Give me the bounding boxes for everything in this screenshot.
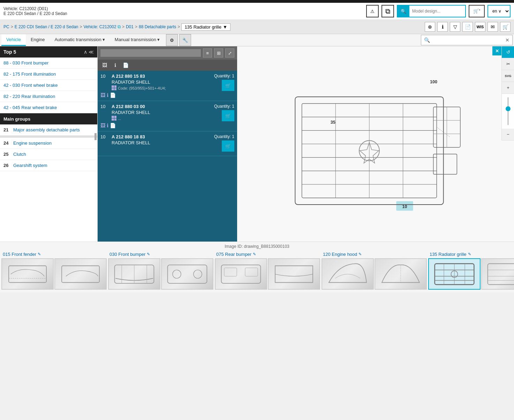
top5-item-3[interactable]: 42 - 030 Front wheel brake xyxy=(0,80,97,91)
part-3-cart-button[interactable]: 🛒 xyxy=(222,140,234,152)
wis-button[interactable]: WIS xyxy=(475,22,485,32)
part-1-image-icon[interactable]: 🖼 xyxy=(100,92,105,98)
strip-thumb-eh1[interactable] xyxy=(322,258,374,290)
part-1-doc-icon[interactable]: 📄 xyxy=(110,92,116,98)
tab-engine[interactable]: Engine xyxy=(26,34,50,46)
model-search-input[interactable] xyxy=(409,7,465,15)
group-name-26: Gearshift system xyxy=(13,163,47,168)
breadcrumb-pc[interactable]: PC xyxy=(3,24,9,29)
tab-vehicle[interactable]: Vehicle xyxy=(1,34,26,46)
breadcrumb-vehicle-line[interactable]: E 220 CDI Sedan / E 220 d Sedan xyxy=(15,24,78,29)
edit-rear-bumper-icon[interactable]: ✎ xyxy=(253,252,256,257)
zoom-slider-thumb[interactable] xyxy=(506,106,511,111)
group-item-24[interactable]: 24 Engine suspension xyxy=(0,138,97,149)
strip-thumb-rb2[interactable] xyxy=(268,258,320,290)
copy-button[interactable]: ⧉ xyxy=(381,5,394,17)
strip-images-front-bumper xyxy=(108,258,213,290)
top5-item-5[interactable]: 42 - 045 Rear wheel brake xyxy=(0,102,97,113)
strip-thumb-fb2[interactable] xyxy=(161,258,213,290)
part-1-grid-row: Code: (953/955)+501+-4U4; xyxy=(112,85,211,90)
nav-tabs-bar: Vehicle Engine Automatic transmission ▾ … xyxy=(0,34,514,46)
copy-icon: ⧉ xyxy=(385,7,390,15)
filter-button[interactable]: ▽ xyxy=(450,22,460,32)
parts-image-icon[interactable]: 🖼 xyxy=(100,61,109,69)
header-vehicle-info: Vehicle: C212002 (D01) E 220 CDI Sedan /… xyxy=(3,6,67,16)
nav-icon-btn-2[interactable]: 🔧 xyxy=(179,34,191,46)
strip-thumb-fb1[interactable] xyxy=(108,258,160,290)
parts-doc-icon[interactable]: 📄 xyxy=(121,61,130,69)
diag-zoom-in-button[interactable]: + xyxy=(502,82,514,94)
nav-search-icon: 🔍 xyxy=(421,37,433,43)
breadcrumb-current-item[interactable]: 135 Radiator grille ▼ xyxy=(181,23,230,31)
part-2-doc-icon[interactable]: 📄 xyxy=(110,123,116,128)
strip-thumb-rg1[interactable] xyxy=(428,258,481,290)
edit-radiator-grille-icon[interactable]: ✎ xyxy=(468,252,471,257)
parts-list-view-btn[interactable]: ≡ xyxy=(203,48,212,58)
diag-zoom-out-button[interactable]: − xyxy=(502,129,514,140)
svg-label: SVG xyxy=(505,74,511,78)
part-2-info-icon[interactable]: ℹ xyxy=(107,123,108,128)
part-2-image-icon[interactable]: 🖼 xyxy=(100,123,105,128)
parts-filter-input[interactable] xyxy=(100,49,201,57)
diag-scissors-button[interactable]: ✂ xyxy=(502,58,514,70)
nav-search-input[interactable] xyxy=(433,38,502,43)
top5-item-3-label: 42 - 030 Front wheel brake xyxy=(3,83,58,88)
breadcrumb-detachable[interactable]: 88 Detachable parts xyxy=(139,24,176,29)
tab-manual-trans[interactable]: Manual transmission ▾ xyxy=(110,34,165,46)
mail-button[interactable]: ✉ xyxy=(487,22,498,32)
diag-svg-button[interactable]: SVG xyxy=(502,70,514,82)
strip-thumb-ff2[interactable] xyxy=(54,258,107,290)
breadcrumb-current-label: 135 Radiator grille xyxy=(184,24,221,30)
part-2-cart-button[interactable]: 🛒 xyxy=(222,110,234,121)
close-icon: ✕ xyxy=(495,48,499,54)
diagram-label-100: 100 xyxy=(430,79,437,84)
breadcrumb-d01[interactable]: D01 xyxy=(126,24,134,29)
header-bar: Vehicle: C212002 (D01) E 220 CDI Sedan /… xyxy=(0,3,514,20)
language-selector[interactable]: en ∨ de fr xyxy=(487,5,511,17)
tab-engine-label: Engine xyxy=(31,37,45,42)
edit-front-fender-icon[interactable]: ✎ xyxy=(38,252,41,257)
warning-button[interactable]: ⚠ xyxy=(366,5,379,17)
group-item-21[interactable]: 21 Major assembly detachable parts xyxy=(0,124,97,136)
refresh-icon: ↺ xyxy=(506,49,510,55)
info-button[interactable]: ℹ xyxy=(437,22,448,32)
top5-controls: ∧ ≪ xyxy=(84,49,94,55)
edit-engine-hood-icon[interactable]: ✎ xyxy=(358,252,362,257)
nav-icon-btn-1[interactable]: ⚙ xyxy=(166,34,178,46)
part-item-2-header: 10 A 212 880 03 00 RADIATOR SHELL ... xyxy=(100,104,234,121)
top5-item-1[interactable]: 88 - 030 Front bumper xyxy=(0,58,97,69)
diagram-label-35: 35 xyxy=(331,120,335,125)
breadcrumb-vehicle[interactable]: Vehicle: C212002 ⧉ xyxy=(84,24,121,30)
strip-images-rear-bumper xyxy=(215,258,320,290)
tab-auto-trans[interactable]: Automatic transmission ▾ xyxy=(50,34,109,46)
top5-collapse-button[interactable]: ∧ xyxy=(84,49,87,55)
edit-front-bumper-icon[interactable]: ✎ xyxy=(147,252,150,257)
cart-button[interactable]: 🛒 xyxy=(500,22,511,32)
doc-button[interactable]: 📄 xyxy=(462,22,473,32)
top5-item-4[interactable]: 82 - 220 Rear illumination xyxy=(0,91,97,102)
parts-info-icon[interactable]: ℹ xyxy=(111,61,119,69)
group-item-25[interactable]: 25 Clutch xyxy=(0,149,97,160)
diagram-close-button[interactable]: ✕ xyxy=(492,46,501,55)
cart-icon-3: 🛒 xyxy=(225,144,231,149)
diag-refresh-button[interactable]: ↺ xyxy=(502,46,514,58)
parts-maximize-btn[interactable]: ⤢ xyxy=(225,48,234,58)
part-2-quantity-label: Quantity: 1 xyxy=(214,104,234,109)
nav-search-clear-icon[interactable]: ✕ xyxy=(502,37,512,43)
top5-close-button[interactable]: ≪ xyxy=(89,49,94,55)
strip-thumb-ff1[interactable] xyxy=(1,258,54,290)
strip-thumb-eh2[interactable] xyxy=(375,258,427,290)
diagram-right-tools: ↺ ✂ SVG + − xyxy=(501,46,514,140)
group-item-26[interactable]: 26 Gearshift system xyxy=(0,160,97,171)
top5-header: Top 5 ∧ ≪ xyxy=(0,46,97,58)
strip-thumb-rb1[interactable] xyxy=(215,258,267,290)
svg-point-7 xyxy=(173,270,181,278)
strip-thumb-rg2[interactable] xyxy=(481,258,514,290)
parts-expand-btn[interactable]: ⊞ xyxy=(214,48,223,58)
cart-add-button[interactable]: 🛒+ xyxy=(469,5,485,17)
top5-item-2[interactable]: 82 - 175 Front illumination xyxy=(0,69,97,80)
part-1-info-icon[interactable]: ℹ xyxy=(107,92,108,98)
zoom-in-button[interactable]: ⊕ xyxy=(425,22,435,32)
svg-point-8 xyxy=(194,270,202,278)
part-1-cart-button[interactable]: 🛒 xyxy=(222,80,234,91)
